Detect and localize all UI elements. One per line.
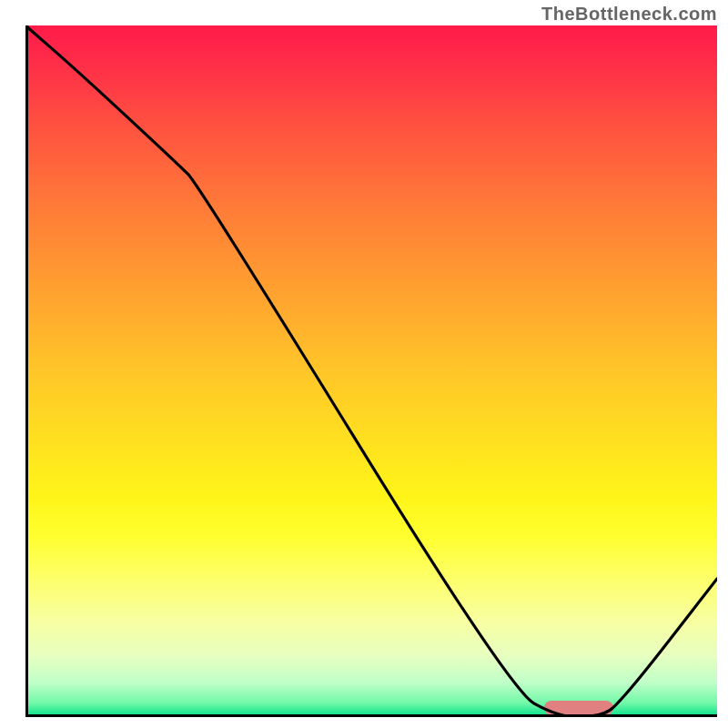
chart-svg	[25, 25, 717, 717]
plot-area	[25, 25, 717, 717]
bottleneck-curve-line	[25, 25, 717, 717]
attribution-text: TheBottleneck.com	[541, 4, 717, 25]
